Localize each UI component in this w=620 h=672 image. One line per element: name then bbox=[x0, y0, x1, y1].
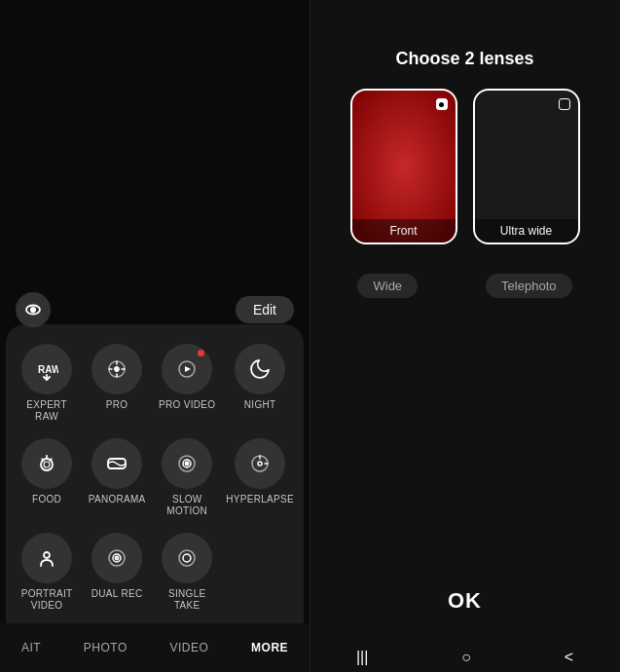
svg-marker-10 bbox=[185, 366, 191, 372]
svg-point-21 bbox=[258, 462, 262, 466]
lens-front-label: Front bbox=[352, 219, 456, 243]
nav-tab-video[interactable]: VIDEO bbox=[170, 641, 209, 654]
pro-video-dot bbox=[198, 350, 204, 356]
portrait-video-icon-wrap bbox=[21, 533, 72, 583]
mode-pro[interactable]: PRO bbox=[84, 340, 150, 427]
bottom-nav: AIT PHOTO VIDEO MORE bbox=[0, 623, 310, 672]
slow-motion-label: SLOW MOTION bbox=[166, 494, 207, 517]
lens-wide-label[interactable]: Wide bbox=[357, 274, 418, 298]
svg-point-4 bbox=[115, 367, 119, 371]
food-label: FOOD bbox=[32, 494, 61, 505]
dual-rec-icon-wrap bbox=[91, 533, 142, 583]
right-panel: Choose 2 lenses Front Ultra wide Wide Te… bbox=[310, 0, 620, 672]
food-icon bbox=[35, 452, 58, 475]
single-take-icon-wrap bbox=[162, 533, 212, 583]
modes-grid: RAW EXPERT RAW bbox=[14, 340, 296, 616]
portrait-video-label: PORTRAIT VIDEO bbox=[21, 588, 73, 612]
svg-point-19 bbox=[186, 463, 189, 466]
dual-rec-icon bbox=[105, 546, 128, 570]
hyperlapse-label: HYPERLAPSE bbox=[226, 494, 294, 505]
slow-motion-icon bbox=[175, 452, 199, 475]
sys-home-btn[interactable]: ○ bbox=[461, 649, 471, 666]
lens-ultra-wide-label: Ultra wide bbox=[475, 219, 578, 243]
svg-point-15 bbox=[44, 462, 50, 467]
edit-button[interactable]: Edit bbox=[236, 296, 294, 323]
food-icon-wrap bbox=[21, 438, 72, 489]
slow-motion-icon-wrap bbox=[162, 438, 212, 489]
nav-tab-photo[interactable]: PHOTO bbox=[84, 641, 128, 654]
top-bar: Edit bbox=[0, 292, 310, 327]
svg-point-1 bbox=[31, 308, 35, 312]
hyperlapse-icon bbox=[248, 452, 272, 475]
panorama-label: PANORAMA bbox=[89, 494, 146, 505]
choose-lenses-title: Choose 2 lenses bbox=[395, 49, 533, 69]
svg-point-29 bbox=[183, 554, 191, 562]
mode-hyperlapse[interactable]: HYPERLAPSE bbox=[224, 434, 296, 521]
sys-recent-btn[interactable]: ||| bbox=[356, 649, 368, 666]
panorama-icon-wrap bbox=[91, 438, 142, 489]
pro-icon bbox=[105, 357, 128, 381]
mode-pro-video[interactable]: PRO VIDEO bbox=[154, 340, 220, 427]
eye-button[interactable] bbox=[16, 292, 51, 327]
night-icon bbox=[248, 357, 272, 381]
pro-label: PRO bbox=[106, 399, 128, 411]
pro-video-icon bbox=[175, 357, 199, 381]
portrait-video-icon bbox=[35, 546, 58, 570]
lenses-bottom-row: Wide Telephoto bbox=[357, 274, 571, 298]
svg-point-28 bbox=[179, 550, 195, 566]
panorama-icon bbox=[105, 452, 128, 475]
mode-panorama[interactable]: PANORAMA bbox=[84, 434, 150, 521]
single-take-icon bbox=[175, 546, 199, 570]
svg-text:RAW: RAW bbox=[38, 364, 58, 375]
expert-raw-label: EXPERT RAW bbox=[16, 399, 78, 423]
lens-telephoto-label[interactable]: Telephoto bbox=[486, 274, 571, 298]
mode-night[interactable]: NIGHT bbox=[224, 340, 296, 427]
mode-single-take[interactable]: SINGLE TAKE bbox=[154, 529, 220, 616]
single-take-label: SINGLE TAKE bbox=[156, 588, 218, 612]
ok-button[interactable]: OK bbox=[448, 588, 482, 614]
mode-food[interactable]: FOOD bbox=[14, 434, 80, 521]
lens-front-indicator bbox=[436, 98, 448, 110]
svg-point-24 bbox=[44, 552, 50, 558]
sys-back-btn[interactable]: < bbox=[565, 649, 573, 666]
pro-icon-wrap bbox=[91, 344, 142, 394]
expert-raw-icon: RAW bbox=[35, 357, 58, 381]
mode-dual-rec[interactable]: DUAL REC bbox=[84, 529, 150, 616]
mode-slow-motion[interactable]: SLOW MOTION bbox=[154, 434, 220, 521]
modes-panel: RAW EXPERT RAW bbox=[6, 324, 304, 623]
lens-ultra-wide-indicator bbox=[559, 98, 570, 110]
expert-raw-icon-wrap: RAW bbox=[21, 344, 72, 394]
pro-video-icon-wrap bbox=[162, 344, 212, 394]
nav-tab-more[interactable]: MORE bbox=[251, 641, 288, 654]
night-label: NIGHT bbox=[244, 399, 276, 411]
nav-tab-ait[interactable]: AIT bbox=[21, 641, 41, 654]
lenses-top-row: Front Ultra wide bbox=[350, 89, 580, 244]
left-panel: Edit RAW EXPERT RAW bbox=[0, 0, 310, 672]
dual-rec-label: DUAL REC bbox=[91, 588, 143, 600]
lens-card-ultra-wide[interactable]: Ultra wide bbox=[473, 89, 580, 244]
panel-divider bbox=[310, 0, 310, 672]
pro-video-label: PRO VIDEO bbox=[159, 399, 215, 411]
mode-portrait-video[interactable]: PORTRAIT VIDEO bbox=[14, 529, 80, 616]
system-bar-right: ||| ○ < bbox=[310, 643, 620, 672]
lens-card-front[interactable]: Front bbox=[350, 89, 457, 244]
mode-expert-raw[interactable]: RAW EXPERT RAW bbox=[14, 340, 80, 427]
hyperlapse-icon-wrap bbox=[235, 438, 285, 489]
lens-front-dot bbox=[439, 102, 444, 107]
svg-point-27 bbox=[116, 557, 119, 560]
night-icon-wrap bbox=[235, 344, 285, 394]
